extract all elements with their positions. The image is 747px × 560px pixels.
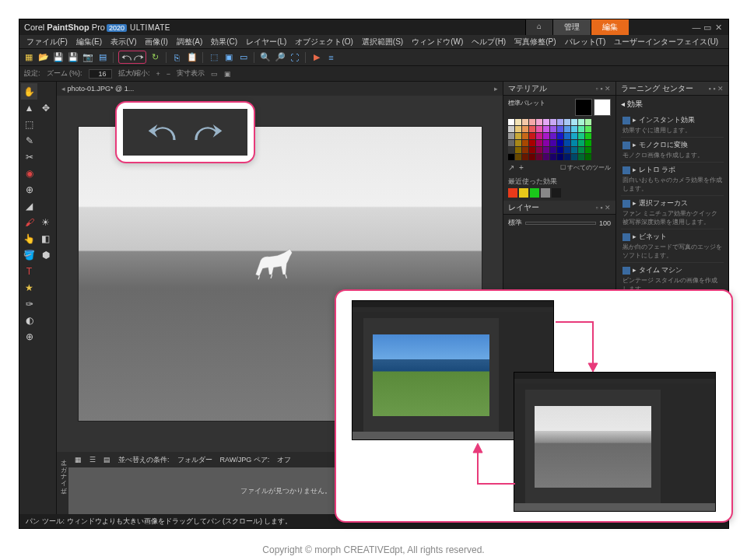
- paste-icon[interactable]: 📋: [186, 51, 198, 63]
- redeye-tool[interactable]: ◉: [21, 165, 37, 181]
- palette-color[interactable]: [515, 126, 521, 132]
- learning-item[interactable]: ▸ インスタント効果効果すぐに適用します。: [621, 113, 724, 138]
- palette-color[interactable]: [557, 140, 563, 146]
- zoomout-icon[interactable]: 🔎: [274, 51, 286, 63]
- learning-item[interactable]: ▸ レトロ ラボ面白いおもちゃのカメラ効果を作成します。: [621, 163, 724, 196]
- palette-color[interactable]: [578, 119, 584, 125]
- palette-color[interactable]: [529, 119, 535, 125]
- palette-color[interactable]: [564, 126, 570, 132]
- palette-color[interactable]: [543, 133, 549, 139]
- menu-item[interactable]: ヘルプ(H): [468, 37, 510, 47]
- palette-color[interactable]: [515, 133, 521, 139]
- recent-color[interactable]: [519, 188, 528, 198]
- menu-item[interactable]: 写真修整(P): [510, 37, 559, 47]
- palette-color[interactable]: [564, 154, 570, 160]
- opacity-slider[interactable]: [525, 222, 596, 225]
- palette-color[interactable]: [557, 119, 563, 125]
- palette-color[interactable]: [571, 119, 577, 125]
- palette-color[interactable]: [585, 140, 591, 146]
- palette-color[interactable]: [578, 154, 584, 160]
- pick-tool[interactable]: ▲: [21, 100, 37, 116]
- menu-item[interactable]: 編集(E): [72, 37, 106, 47]
- palette-color[interactable]: [508, 133, 514, 139]
- palette-color[interactable]: [585, 154, 591, 160]
- palette-color[interactable]: [508, 154, 514, 160]
- learning-item[interactable]: ▸ 選択フォーカスファン ミニチュア効果かクイック被写界深度効果を適用します。: [621, 196, 724, 229]
- palette-color[interactable]: [529, 154, 535, 160]
- close-button[interactable]: ✕: [713, 23, 724, 33]
- pair-value[interactable]: オフ: [277, 455, 291, 465]
- palette-color[interactable]: [543, 140, 549, 146]
- recent-color[interactable]: [508, 188, 517, 198]
- palette-color[interactable]: [571, 133, 577, 139]
- camera-icon[interactable]: 📷: [82, 51, 93, 63]
- palette-color[interactable]: [536, 140, 542, 146]
- palette-color[interactable]: [578, 147, 584, 153]
- smudge-tool[interactable]: 👆: [21, 230, 37, 247]
- tab-home[interactable]: ⌂: [525, 19, 552, 35]
- palette-color[interactable]: [543, 147, 549, 153]
- document-tab[interactable]: photo-01.JPG* @ 1...: [68, 85, 135, 93]
- twain-icon[interactable]: ▤: [96, 51, 108, 63]
- brush-tool[interactable]: 🖌: [21, 214, 37, 230]
- launch-icon[interactable]: ▶: [310, 51, 322, 63]
- menu-item[interactable]: 調整(A): [173, 37, 206, 47]
- palette-color[interactable]: [578, 133, 584, 139]
- script-icon[interactable]: ≡: [325, 51, 337, 63]
- menu-item[interactable]: ファイル(F): [23, 37, 72, 47]
- palette-color[interactable]: [536, 133, 542, 139]
- palette-color[interactable]: [550, 147, 556, 153]
- copy-icon[interactable]: ⎘: [171, 51, 183, 63]
- palette-color[interactable]: [536, 126, 542, 132]
- palette-color[interactable]: [550, 154, 556, 160]
- tab-manage[interactable]: 管理: [552, 19, 591, 35]
- clone-tool[interactable]: ⊕: [21, 181, 37, 198]
- undo-icon[interactable]: [121, 51, 132, 63]
- sort-value[interactable]: フォルダー: [177, 455, 212, 465]
- blend-mode[interactable]: 標準: [508, 218, 522, 228]
- opacity-value[interactable]: 100: [599, 219, 611, 227]
- maximize-button[interactable]: ▭: [702, 23, 713, 33]
- menu-item[interactable]: パレット(T): [561, 37, 610, 47]
- zoomin-icon[interactable]: 🔍: [259, 51, 271, 63]
- menu-item[interactable]: ウィンドウ(W): [408, 37, 467, 47]
- zoom-plus-icon[interactable]: +: [156, 70, 160, 78]
- palette-color[interactable]: [564, 133, 570, 139]
- resize-icon[interactable]: ⬚: [208, 51, 219, 63]
- palette-color[interactable]: [536, 154, 542, 160]
- organizer-tab[interactable]: オーガナイザー: [57, 452, 68, 514]
- palette-color[interactable]: [543, 126, 549, 132]
- org-list-icon[interactable]: ☰: [89, 456, 96, 464]
- palette-color[interactable]: [571, 126, 577, 132]
- palette-color[interactable]: [571, 147, 577, 153]
- palette-color[interactable]: [522, 126, 528, 132]
- minimize-button[interactable]: —: [691, 23, 702, 32]
- palette-color[interactable]: [536, 147, 542, 153]
- menu-item[interactable]: レイヤー(L): [242, 37, 290, 47]
- selection-tool[interactable]: ⬚: [21, 116, 37, 132]
- palette-color[interactable]: [515, 154, 521, 160]
- recent-swatches[interactable]: [508, 188, 611, 198]
- palette-color[interactable]: [515, 147, 521, 153]
- add-swatch-icon[interactable]: +: [519, 163, 524, 172]
- lighten-tool[interactable]: ☀: [37, 214, 54, 230]
- palette-color[interactable]: [515, 140, 521, 146]
- pen-tool[interactable]: ✑: [21, 296, 37, 312]
- palette-color[interactable]: [571, 154, 577, 160]
- redo-icon[interactable]: [132, 51, 144, 63]
- learning-item[interactable]: ▸ モノクロに変換モノクロ画像を作成します。: [621, 138, 724, 163]
- palette-color[interactable]: [550, 133, 556, 139]
- palette-color[interactable]: [550, 140, 556, 146]
- mixer-tool[interactable]: ◐: [21, 312, 37, 328]
- palette-color[interactable]: [543, 119, 549, 125]
- eraser-tool[interactable]: ◧: [37, 230, 54, 247]
- palette-color[interactable]: [550, 126, 556, 132]
- palette-color[interactable]: [585, 133, 591, 139]
- swap-icon[interactable]: ↗: [508, 163, 514, 172]
- menu-item[interactable]: オブジェクト(O): [291, 37, 356, 47]
- zoom-minus-icon[interactable]: −: [167, 70, 170, 78]
- org-thumb-icon[interactable]: ▦: [75, 456, 82, 464]
- text-tool[interactable]: T: [21, 263, 37, 279]
- palette-color[interactable]: [578, 126, 584, 132]
- add-tool[interactable]: ⊕: [21, 328, 37, 345]
